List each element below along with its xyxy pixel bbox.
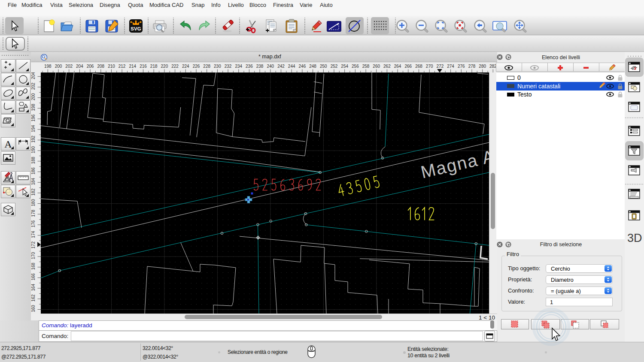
svg-text:254: 254 (341, 64, 348, 69)
svg-text:202: 202 (31, 82, 36, 90)
svg-text:226: 226 (193, 64, 200, 69)
svg-text:266: 266 (404, 64, 412, 69)
svg-text:184: 184 (31, 178, 36, 185)
svg-text:208: 208 (97, 64, 104, 69)
svg-text:268: 268 (415, 64, 422, 69)
svg-text:198: 198 (31, 104, 36, 111)
svg-text:180: 180 (31, 199, 36, 206)
svg-text:264: 264 (394, 64, 401, 69)
svg-text:280: 280 (479, 64, 486, 69)
svg-text:186: 186 (31, 167, 36, 175)
svg-text:166: 166 (31, 273, 36, 281)
svg-text:250: 250 (320, 64, 327, 69)
svg-text:240: 240 (267, 64, 274, 69)
svg-text:162: 162 (31, 294, 36, 302)
svg-text:204: 204 (31, 72, 36, 79)
svg-text:204: 204 (76, 64, 83, 69)
svg-text:200: 200 (31, 93, 36, 100)
svg-text:236: 236 (246, 64, 253, 69)
svg-text:160: 160 (31, 305, 36, 312)
svg-text:SVG: SVG (131, 26, 141, 31)
svg-text:200: 200 (55, 64, 62, 69)
svg-text:224: 224 (182, 64, 189, 69)
svg-text:172: 172 (31, 241, 36, 249)
svg-text:274: 274 (447, 64, 454, 69)
svg-text:170: 170 (31, 252, 36, 259)
svg-text:196: 196 (31, 114, 36, 121)
svg-text:244: 244 (288, 64, 295, 69)
svg-text:270: 270 (426, 64, 433, 69)
svg-text:260: 260 (373, 64, 380, 69)
svg-text:248: 248 (309, 64, 316, 69)
svg-text:234: 234 (235, 64, 242, 69)
svg-text:258: 258 (362, 64, 370, 69)
svg-text:242: 242 (277, 64, 285, 69)
svg-text:262: 262 (383, 64, 391, 69)
svg-text:194: 194 (31, 125, 36, 132)
svg-text:276: 276 (458, 64, 465, 69)
svg-text:272: 272 (437, 64, 444, 69)
svg-text:218: 218 (150, 64, 158, 69)
svg-text:174: 174 (31, 231, 36, 238)
svg-text:176: 176 (31, 220, 36, 227)
svg-text:210: 210 (108, 64, 115, 69)
svg-text:164: 164 (31, 284, 36, 291)
svg-text:206: 206 (87, 64, 94, 69)
svg-text:168: 168 (31, 262, 36, 270)
svg-text:214: 214 (129, 64, 136, 69)
svg-text:256: 256 (352, 64, 359, 69)
svg-text:202: 202 (65, 64, 73, 69)
svg-text:216: 216 (140, 64, 147, 69)
svg-text:222: 222 (171, 64, 179, 69)
svg-text:212: 212 (118, 64, 126, 69)
svg-text:220: 220 (161, 64, 168, 69)
svg-text:192: 192 (31, 136, 36, 143)
svg-text:230: 230 (214, 64, 221, 69)
svg-text:188: 188 (31, 157, 36, 164)
svg-text:252: 252 (331, 64, 338, 69)
svg-text:232: 232 (225, 64, 232, 69)
svg-text:198: 198 (44, 64, 52, 69)
svg-text:178: 178 (31, 210, 36, 217)
svg-text:278: 278 (468, 64, 476, 69)
svg-text:182: 182 (31, 188, 36, 196)
svg-text:238: 238 (256, 64, 264, 69)
svg-text:A: A (4, 139, 12, 150)
svg-text:246: 246 (299, 64, 306, 69)
svg-text:190: 190 (31, 146, 36, 153)
svg-text:228: 228 (203, 64, 210, 69)
